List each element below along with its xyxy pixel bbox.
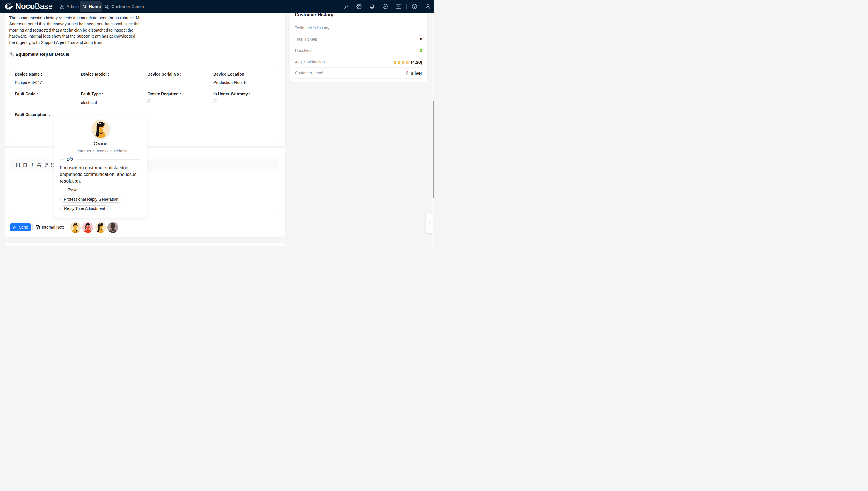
svg-text:2: 2 <box>407 73 408 75</box>
